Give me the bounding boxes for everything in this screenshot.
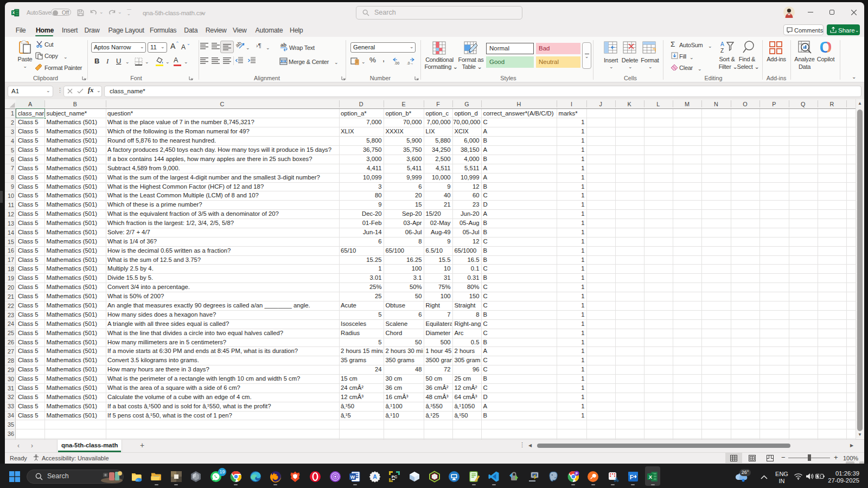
svg-text:F: F [629,474,633,480]
svg-text:.0→: .0→ [407,61,413,65]
svg-text:P: P [576,472,578,476]
svg-text:Z: Z [720,48,724,54]
svg-text:X: X [649,474,653,480]
svg-text:PC: PC [392,474,398,479]
svg-text:A: A [720,41,724,47]
svg-text:X: X [12,11,15,15]
svg-text:W: W [350,474,355,480]
svg-text:A: A [373,473,377,480]
svg-text:.00: .00 [394,61,399,65]
